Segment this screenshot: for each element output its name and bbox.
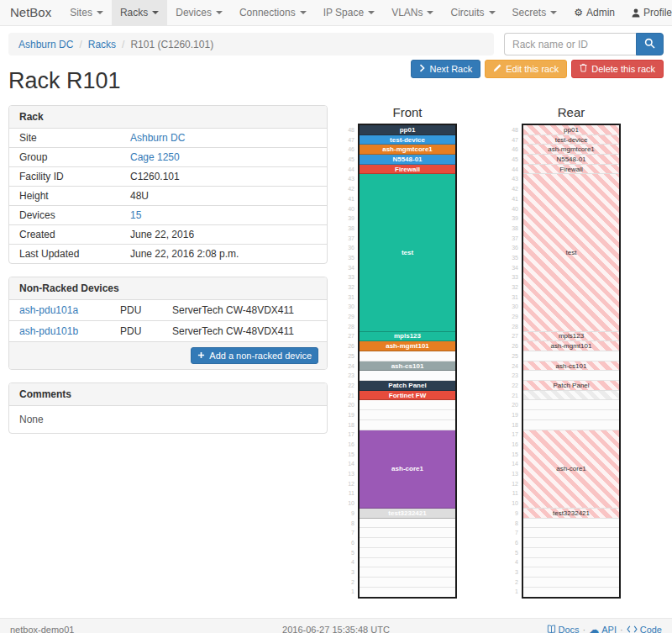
unit-number: 39 <box>341 214 358 224</box>
chevron-right-icon <box>419 63 425 75</box>
nav-item-secrets[interactable]: Secrets <box>504 0 566 25</box>
nav-item-circuits[interactable]: Circuits <box>442 0 503 25</box>
rack-unit-patch-panel[interactable]: Patch Panel <box>360 381 455 391</box>
rear-unit-numbers: 4847464544434241403938373635343332313029… <box>505 124 522 599</box>
rack-elevations: Front 4847464544434241403938373635343332… <box>341 105 621 599</box>
caret-down-icon <box>152 11 159 14</box>
unit-number: 41 <box>505 194 522 204</box>
user-menu: ⚙AdminProfileLog out <box>565 0 672 25</box>
rack-unit-test3232421[interactable]: test3232421 <box>360 509 455 519</box>
unit-number: 34 <box>341 263 358 273</box>
edit-rack-button[interactable]: Edit this rack <box>485 60 567 78</box>
footer: netbox-demo01 2016-06-27 15:35:48 UTC Do… <box>0 618 672 633</box>
rack-unit-patch-panel-rear[interactable]: Patch Panel <box>523 381 619 391</box>
unit-number: 10 <box>341 498 358 509</box>
rack-unit-ash-mgmt101[interactable]: ash-mgmt101 <box>360 341 455 351</box>
footer-links: Docs·☁API·Code <box>447 624 662 633</box>
nav-item-vlans[interactable]: VLANs <box>383 0 442 25</box>
rack-unit-mpls123[interactable]: mpls123 <box>360 332 455 342</box>
caret-down-icon <box>300 11 307 14</box>
rack-unit-firewall-rear[interactable]: Firewall <box>523 165 619 175</box>
rack-unit-empty <box>523 371 619 381</box>
unit-number: 37 <box>505 234 522 244</box>
attr-value[interactable]: 15 <box>120 206 327 225</box>
nav-item-racks[interactable]: Racks <box>112 0 167 25</box>
device-role: PDU <box>110 300 162 321</box>
rack-unit-ash-core1-rear[interactable]: ash-core1 <box>523 430 619 509</box>
unit-number: 19 <box>505 410 522 420</box>
nonracked-panel-footer: Add a non-racked device <box>9 341 327 369</box>
rack-search-input[interactable] <box>504 33 636 55</box>
rack-unit-n5548-01-rear[interactable]: N5548-01 <box>523 155 619 165</box>
unit-number: 21 <box>505 391 522 401</box>
unit-number: 6 <box>341 538 358 548</box>
unit-number: 11 <box>341 488 358 498</box>
rack-unit-n5548-01[interactable]: N5548-01 <box>360 155 455 165</box>
comments-panel-title: Comments <box>9 383 327 406</box>
nav-item-devices[interactable]: Devices <box>167 0 231 25</box>
rack-unit-ash-core1[interactable]: ash-core1 <box>360 430 455 509</box>
rack-unit-fortinet-fw[interactable]: Fortinet FW <box>360 391 455 401</box>
footer-link-api[interactable]: ☁API <box>589 624 617 633</box>
rack-unit-ash-mgmtcore1[interactable]: ash-mgmtcore1 <box>360 145 455 155</box>
rack-unit-ash-mgmt101-rear[interactable]: ash-mgmt101 <box>523 341 619 351</box>
book-icon <box>547 625 556 633</box>
rack-unit-empty <box>360 558 455 568</box>
rack-unit-test-rear[interactable]: test <box>523 174 619 331</box>
unit-number: 35 <box>341 253 358 263</box>
unit-number: 26 <box>341 341 358 351</box>
nav-item-sites[interactable]: Sites <box>61 0 112 25</box>
add-nonracked-device-button[interactable]: Add a non-racked device <box>191 347 318 364</box>
unit-number: 14 <box>341 459 358 469</box>
unit-number: 48 <box>341 125 358 135</box>
unit-number: 16 <box>505 440 522 450</box>
rack-unit-pp01[interactable]: pp01 <box>360 125 455 135</box>
rack-unit-empty <box>360 410 455 420</box>
rack-unit-test3232421-rear[interactable]: test3232421 <box>523 509 619 519</box>
unit-number: 6 <box>505 538 522 548</box>
search-button[interactable] <box>636 33 664 55</box>
rack-unit-test-device[interactable]: test-device <box>360 135 455 145</box>
attr-label: Group <box>9 148 120 167</box>
unit-number: 24 <box>505 361 522 372</box>
footer-link-code[interactable]: Code <box>627 625 662 633</box>
unit-number: 22 <box>341 381 358 391</box>
nav-item-ip-space[interactable]: IP Space <box>315 0 383 25</box>
nav-item-admin[interactable]: ⚙Admin <box>565 0 623 25</box>
rack-unit-test-device-rear[interactable]: test-device <box>523 135 619 145</box>
breadcrumb-item-ashburn-dc[interactable]: Ashburn DC <box>18 39 73 50</box>
rack-unit-pp01-rear[interactable]: pp01 <box>523 125 619 135</box>
rack-unit-ash-mgmtcore1-rear[interactable]: ash-mgmtcore1 <box>523 145 619 155</box>
nav-item-connections[interactable]: Connections <box>231 0 315 25</box>
unit-number: 1 <box>341 587 358 597</box>
breadcrumb-item-r101-c1260-101: R101 (C1260.101) <box>130 39 213 50</box>
rack-unit-test[interactable]: test <box>360 174 455 331</box>
unit-number: 20 <box>505 400 522 410</box>
rack-unit-firewall[interactable]: Firewall <box>360 165 455 175</box>
caret-down-icon <box>489 11 496 14</box>
rack-attr-row-facility-id: Facility IDC1260.101 <box>9 167 327 187</box>
rack-unit-ash-cs101[interactable]: ash-cs101 <box>360 361 455 372</box>
delete-rack-button[interactable]: Delete this rack <box>571 60 664 78</box>
nav-item-profile[interactable]: Profile <box>623 0 672 25</box>
unit-number: 19 <box>341 410 358 420</box>
pencil-icon <box>493 63 501 75</box>
nonracked-device-row: ash-pdu101aPDUServerTech CW-48VDX411 <box>9 300 327 321</box>
unit-number: 34 <box>505 263 522 273</box>
device-name-link[interactable]: ash-pdu101a <box>9 300 110 321</box>
rack-unit-mpls123-rear[interactable]: mpls123 <box>523 332 619 342</box>
device-name-link[interactable]: ash-pdu101b <box>9 321 110 342</box>
rack-unit-fortinet-fw-rear[interactable] <box>523 391 619 401</box>
navbar-brand[interactable]: NetBox <box>7 0 61 25</box>
unit-number: 3 <box>341 567 358 578</box>
breadcrumb-item-racks[interactable]: Racks <box>88 39 116 50</box>
footer-link-docs[interactable]: Docs <box>547 625 580 633</box>
unit-number: 41 <box>341 194 358 204</box>
unit-number: 46 <box>505 145 522 155</box>
rack-unit-empty <box>360 420 455 430</box>
rack-unit-empty <box>523 578 619 588</box>
attr-value[interactable]: Cage 1250 <box>120 148 327 167</box>
rack-unit-ash-cs101-rear[interactable]: ash-cs101 <box>523 361 619 372</box>
next-rack-button[interactable]: Next Rack <box>411 60 480 78</box>
attr-value[interactable]: Ashburn DC <box>120 129 327 148</box>
